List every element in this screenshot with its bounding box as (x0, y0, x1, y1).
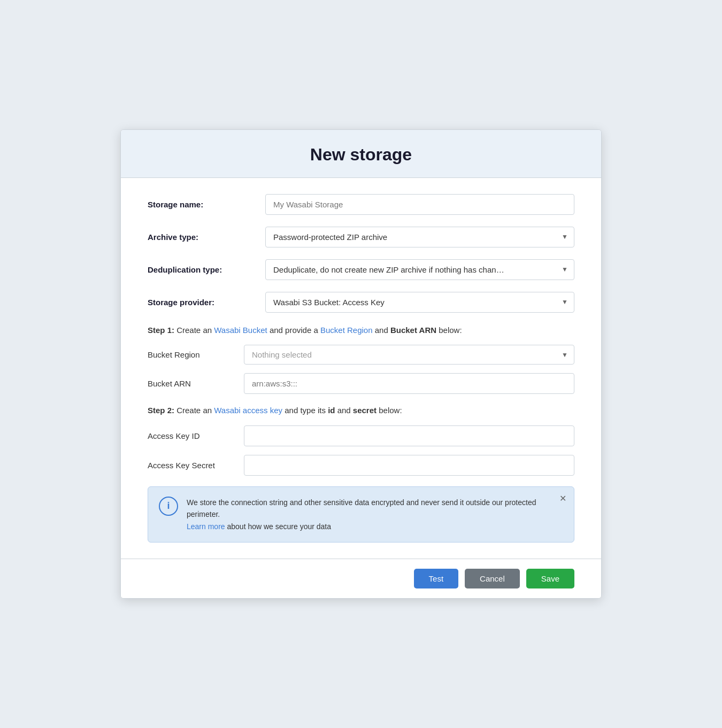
bucket-region-select[interactable]: Nothing selected (244, 345, 574, 365)
access-key-secret-control (244, 455, 574, 476)
access-key-secret-row: Access Key Secret (148, 455, 574, 476)
bucket-region-link[interactable]: Bucket Region (320, 326, 373, 335)
storage-name-control (265, 194, 574, 215)
access-key-secret-input[interactable] (244, 455, 574, 476)
step2-text1: Create an (176, 406, 214, 415)
info-icon: i (159, 497, 178, 516)
deduplication-type-control: Deduplicate, do not create new ZIP archi… (265, 259, 574, 280)
step1-instruction: Step 1: Create an Wasabi Bucket and prov… (148, 324, 574, 337)
id-bold: id (328, 406, 335, 415)
step2-prefix: Step 2: (148, 406, 174, 415)
info-message-line1: We store the connection string and other… (187, 498, 536, 518)
access-key-id-label: Access Key ID (148, 431, 244, 440)
save-button[interactable]: Save (526, 569, 574, 588)
storage-name-label: Storage name: (148, 200, 265, 209)
archive-type-label: Archive type: (148, 233, 265, 242)
dialog-title: New storage (142, 145, 580, 165)
deduplication-type-row: Deduplication type: Deduplicate, do not … (148, 259, 574, 280)
info-text-content: We store the connection string and other… (187, 497, 563, 532)
step1-text2: and provide a (270, 326, 320, 335)
learn-more-link[interactable]: Learn more (187, 522, 225, 531)
bucket-region-control: Nothing selected ▼ (244, 345, 574, 365)
archive-type-control: Password-protected ZIP archive ▼ (265, 227, 574, 247)
storage-name-input[interactable] (265, 194, 574, 215)
learn-more-suffix: about how we secure your data (227, 522, 331, 531)
bucket-arn-input[interactable] (244, 373, 574, 394)
step1-text1: Create an (176, 326, 214, 335)
cancel-button[interactable]: Cancel (465, 569, 520, 588)
info-close-button[interactable]: ✕ (559, 494, 566, 503)
access-key-id-input[interactable] (244, 425, 574, 446)
new-storage-dialog: New storage Storage name: Archive type: … (120, 129, 602, 599)
bucket-arn-label: Bucket ARN (148, 379, 244, 388)
archive-type-select[interactable]: Password-protected ZIP archive (265, 227, 574, 247)
dialog-footer: Test Cancel Save (121, 559, 601, 598)
bucket-arn-control (244, 373, 574, 394)
storage-name-row: Storage name: (148, 194, 574, 215)
wasabi-bucket-link[interactable]: Wasabi Bucket (214, 326, 267, 335)
access-key-secret-label: Access Key Secret (148, 461, 244, 470)
bucket-arn-bold: Bucket ARN (390, 326, 436, 335)
access-key-id-row: Access Key ID (148, 425, 574, 446)
secret-bold: secret (353, 406, 377, 415)
info-banner: i We store the connection string and oth… (148, 486, 574, 543)
wasabi-access-key-link[interactable]: Wasabi access key (214, 406, 282, 415)
storage-provider-select[interactable]: Wasabi S3 Bucket: Access Key (265, 292, 574, 313)
step2-section: Step 2: Create an Wasabi access key and … (148, 405, 574, 476)
step2-instruction: Step 2: Create an Wasabi access key and … (148, 405, 574, 417)
storage-provider-control: Wasabi S3 Bucket: Access Key ▼ (265, 292, 574, 313)
dialog-body: Storage name: Archive type: Password-pro… (121, 178, 601, 559)
test-button[interactable]: Test (414, 569, 459, 588)
archive-type-row: Archive type: Password-protected ZIP arc… (148, 227, 574, 247)
step1-text3: and Bucket ARN below: (375, 326, 462, 335)
storage-provider-row: Storage provider: Wasabi S3 Bucket: Acce… (148, 292, 574, 313)
storage-provider-label: Storage provider: (148, 298, 265, 307)
access-key-id-control (244, 425, 574, 446)
bucket-region-row: Bucket Region Nothing selected ▼ (148, 345, 574, 365)
bucket-arn-row: Bucket ARN (148, 373, 574, 394)
deduplication-type-label: Deduplication type: (148, 265, 265, 274)
step1-section: Step 1: Create an Wasabi Bucket and prov… (148, 324, 574, 394)
bucket-region-label: Bucket Region (148, 350, 244, 359)
step1-prefix: Step 1: (148, 326, 174, 335)
step2-text2: and type its id and secret below: (285, 406, 402, 415)
deduplication-type-select[interactable]: Deduplicate, do not create new ZIP archi… (265, 259, 574, 280)
dialog-header: New storage (121, 130, 601, 178)
